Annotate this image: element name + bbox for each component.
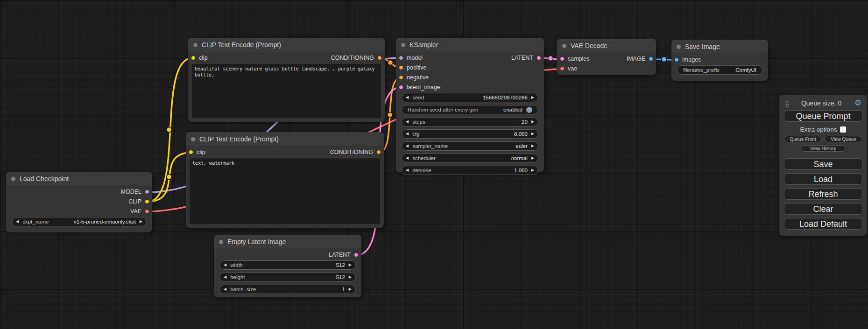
increment-arrow-icon[interactable]: ▶: [136, 217, 146, 226]
slot-dot-latent-icon[interactable]: [354, 252, 359, 257]
output-slot-model[interactable]: MODEL: [121, 189, 152, 195]
decrement-arrow-icon[interactable]: ◀: [402, 93, 412, 102]
slot-dot-latent-icon[interactable]: [399, 85, 403, 90]
slot-dot-model-icon[interactable]: [145, 189, 149, 194]
input-slot-samples[interactable]: samples: [557, 56, 590, 62]
input-slot-latent-image[interactable]: latent_image: [396, 84, 440, 91]
node-title-bar[interactable]: CLIP Text Encode (Prompt): [188, 38, 385, 52]
node-title-bar[interactable]: Save Image: [671, 40, 768, 54]
slot-dot-image-icon[interactable]: [674, 57, 679, 62]
denoise-widget[interactable]: ◀ denoise 1.000 ▶: [402, 166, 538, 175]
collapse-dot-icon[interactable]: [401, 43, 405, 47]
node-empty-latent-image[interactable]: Empty Latent Image LATENT ◀ width 512 ▶ …: [214, 235, 361, 297]
queue-prompt-button[interactable]: Queue Prompt: [784, 110, 862, 122]
slot-dot-vae-icon[interactable]: [560, 66, 565, 71]
scheduler-widget[interactable]: ◀ scheduler normal ▶: [402, 154, 538, 163]
output-slot-vae[interactable]: VAE: [130, 208, 152, 215]
settings-gear-icon[interactable]: ⚙: [854, 100, 861, 106]
save-button[interactable]: Save: [784, 158, 862, 170]
output-slot-latent[interactable]: LATENT: [511, 55, 544, 61]
filename-prefix-widget[interactable]: filename_prefix ComfyUI: [677, 65, 762, 75]
view-queue-button[interactable]: View Queue: [825, 136, 862, 142]
node-vae-decode[interactable]: VAE Decode samples IMAGE vae: [557, 39, 656, 75]
input-slot-clip[interactable]: clip: [188, 55, 208, 61]
decrement-arrow-icon[interactable]: ◀: [402, 166, 412, 175]
load-button[interactable]: Load: [784, 173, 862, 185]
steps-widget[interactable]: ◀ steps 20 ▶: [402, 117, 538, 126]
cfg-widget[interactable]: ◀ cfg 8.000 ▶: [402, 129, 538, 139]
increment-arrow-icon[interactable]: ▶: [345, 261, 355, 269]
decrement-arrow-icon[interactable]: ◀: [220, 261, 230, 269]
slot-dot-latent-icon[interactable]: [536, 56, 541, 60]
queue-front-button[interactable]: Queue Front: [784, 136, 822, 142]
increment-arrow-icon[interactable]: ▶: [528, 166, 538, 175]
node-save-image[interactable]: Save Image images filename_prefix ComfyU…: [671, 40, 768, 81]
slot-dot-vae-icon[interactable]: [145, 209, 149, 214]
increment-arrow-icon[interactable]: ▶: [528, 154, 538, 162]
toggle-knob-icon[interactable]: [526, 107, 532, 113]
ckpt-name-widget[interactable]: ◀ ckpt_name v1-5-pruned-emaonly.ckpt ▶: [12, 217, 147, 226]
decrement-arrow-icon[interactable]: ◀: [12, 217, 22, 226]
increment-arrow-icon[interactable]: ▶: [528, 130, 538, 138]
increment-arrow-icon[interactable]: ▶: [345, 285, 355, 294]
height-widget[interactable]: ◀ height 512 ▶: [219, 273, 356, 282]
collapse-dot-icon[interactable]: [11, 177, 15, 181]
node-load-checkpoint[interactable]: Load Checkpoint MODEL CLIP VAE ◀ ckpt_na…: [6, 172, 152, 232]
node-ksampler[interactable]: KSampler model LATENT positive negative: [396, 38, 544, 172]
collapse-dot-icon[interactable]: [219, 240, 223, 244]
input-slot-vae[interactable]: vae: [557, 65, 577, 72]
collapse-dot-icon[interactable]: [191, 137, 195, 141]
extra-options-checkbox[interactable]: [840, 126, 846, 133]
increment-arrow-icon[interactable]: ▶: [528, 118, 538, 126]
output-slot-image[interactable]: IMAGE: [627, 56, 656, 62]
output-slot-conditioning[interactable]: CONDITIONING: [330, 149, 384, 155]
output-slot-conditioning[interactable]: CONDITIONING: [331, 55, 385, 61]
output-slot-clip[interactable]: CLIP: [128, 198, 152, 205]
seed-widget[interactable]: ◀ seed 156680208700286 ▶: [402, 93, 538, 102]
increment-arrow-icon[interactable]: ▶: [345, 273, 355, 281]
node-graph-canvas[interactable]: CLIP Text Encode (Prompt) clip CONDITION…: [0, 0, 868, 329]
decrement-arrow-icon[interactable]: ◀: [220, 285, 230, 294]
node-clip-text-encode-negative[interactable]: CLIP Text Encode (Prompt) clip CONDITION…: [186, 132, 384, 228]
decrement-arrow-icon[interactable]: ◀: [402, 142, 412, 150]
slot-dot-conditioning-icon[interactable]: [399, 75, 403, 80]
slot-dot-conditioning-icon[interactable]: [377, 56, 382, 60]
clear-button[interactable]: Clear: [784, 203, 862, 215]
slot-dot-image-icon[interactable]: [649, 56, 653, 61]
slot-dot-conditioning-icon[interactable]: [376, 150, 381, 154]
output-slot-latent[interactable]: LATENT: [329, 252, 361, 258]
drag-handle-icon[interactable]: ⣿: [785, 100, 789, 107]
negative-prompt-textarea[interactable]: text, watermark: [190, 158, 380, 224]
slot-dot-clip-icon[interactable]: [145, 199, 149, 204]
sampler-name-widget[interactable]: ◀ sampler_name euler ▶: [402, 141, 538, 151]
input-slot-clip[interactable]: clip: [186, 149, 205, 155]
node-title-bar[interactable]: Empty Latent Image: [214, 235, 361, 249]
node-title-bar[interactable]: Load Checkpoint: [6, 172, 152, 186]
collapse-dot-icon[interactable]: [562, 44, 566, 48]
positive-prompt-textarea[interactable]: beautiful scenery nature glass bottle la…: [192, 64, 381, 118]
input-slot-images[interactable]: images: [671, 56, 701, 63]
node-title-bar[interactable]: VAE Decode: [557, 39, 656, 53]
load-default-button[interactable]: Load Default: [784, 218, 862, 230]
input-slot-positive[interactable]: positive: [396, 64, 426, 71]
node-title-bar[interactable]: CLIP Text Encode (Prompt): [186, 132, 384, 147]
increment-arrow-icon[interactable]: ▶: [528, 93, 538, 102]
batch-size-widget[interactable]: ◀ batch_size 1 ▶: [219, 285, 356, 294]
slot-dot-model-icon[interactable]: [399, 56, 403, 60]
slot-dot-clip-icon[interactable]: [191, 56, 196, 60]
decrement-arrow-icon[interactable]: ◀: [402, 130, 412, 138]
decrement-arrow-icon[interactable]: ◀: [220, 273, 230, 281]
view-history-button[interactable]: View History: [801, 145, 846, 152]
decrement-arrow-icon[interactable]: ◀: [402, 154, 412, 162]
decrement-arrow-icon[interactable]: ◀: [402, 118, 412, 126]
slot-dot-clip-icon[interactable]: [189, 150, 193, 154]
increment-arrow-icon[interactable]: ▶: [528, 142, 538, 150]
input-slot-negative[interactable]: negative: [396, 74, 429, 81]
refresh-button[interactable]: Refresh: [784, 188, 862, 200]
collapse-dot-icon[interactable]: [677, 45, 681, 49]
random-seed-toggle-widget[interactable]: Random seed after every gen enabled: [402, 105, 538, 114]
slot-dot-latent-icon[interactable]: [560, 56, 565, 61]
collapse-dot-icon[interactable]: [193, 43, 198, 47]
width-widget[interactable]: ◀ width 512 ▶: [219, 260, 356, 270]
input-slot-model[interactable]: model: [396, 55, 423, 61]
